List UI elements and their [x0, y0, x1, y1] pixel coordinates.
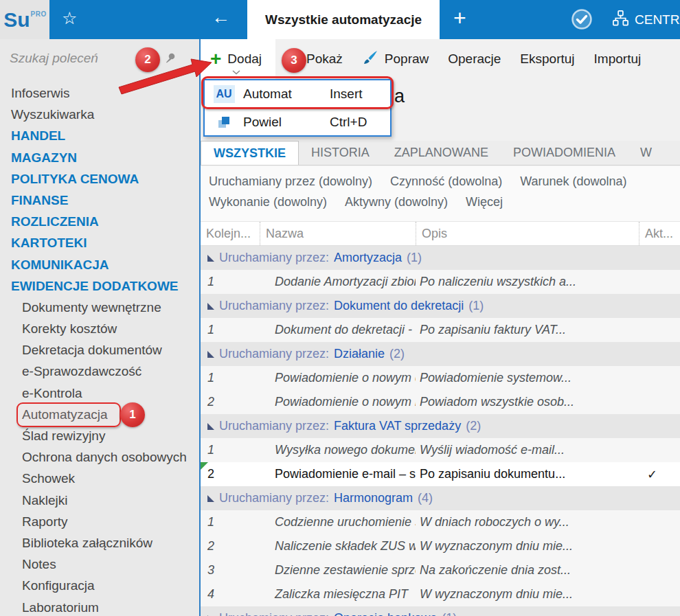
sidebar-item-naklejki[interactable]: Naklejki: [0, 490, 199, 511]
sidebar-item-komunikacja[interactable]: KOMUNIKACJA: [0, 254, 199, 275]
cell-kolejnosc: 1: [201, 438, 260, 462]
group-value: Dokument do dekretacji: [334, 299, 464, 313]
table-row[interactable]: 2Powiadomienie e-mail – sprzedaży po...P…: [201, 462, 680, 486]
group-row-działanie[interactable]: Uruchamiany przez:Działanie(2): [201, 342, 680, 366]
tab-historia[interactable]: HISTORIA: [299, 141, 382, 165]
filter-warunek-dowolna[interactable]: Warunek (dowolna): [520, 171, 626, 192]
sidebar-item-e-kontrola[interactable]: e-Kontrola: [0, 383, 199, 404]
toolbar-button-eksportuj[interactable]: Eksportuj: [510, 39, 584, 79]
table-row[interactable]: 2Powiadomienie o nowym lub edytowan...Po…: [201, 390, 680, 414]
group-expand-triangle-icon: [207, 611, 214, 616]
column-header-nazwa[interactable]: Nazwa: [260, 222, 416, 245]
app-logo: SuPRO: [0, 0, 49, 39]
toolbar: +DodajPokażPoprawOperacjeEksportujImport…: [201, 39, 680, 79]
sidebar-item-rozliczenia[interactable]: ROZLICZENIA: [0, 211, 199, 232]
group-row-harmonogram[interactable]: Uruchamiany przez:Harmonogram(4): [201, 486, 680, 510]
tab-zaplanowane[interactable]: ZAPLANOWANE: [382, 141, 501, 165]
cell-aktywny: [639, 270, 680, 294]
sidebar-item-schowek[interactable]: Schowek: [0, 468, 199, 489]
group-prefix: Uruchamiany przez:: [219, 299, 329, 313]
sidebar-item-korekty-kosztów[interactable]: Korekty kosztów: [0, 318, 199, 339]
group-count: (1): [407, 251, 422, 265]
group-row-faktura-vat-sprzedaży[interactable]: Uruchamiany przez:Faktura VAT sprzedaży(…: [201, 414, 680, 438]
sidebar-item-ochrona-danych-osobowych[interactable]: Ochrona danych osobowych: [0, 446, 199, 468]
sidebar-item-ewidencje-dodatkowe[interactable]: EWIDENCJE DODATKOWE: [0, 275, 199, 297]
column-header-kolejn[interactable]: Kolejn...: [201, 222, 260, 245]
sidebar-item-dekretacja-dokumentów[interactable]: Dekretacja dokumentów: [0, 339, 199, 361]
cell-opis: Po zapisaniu faktury VAT...: [416, 318, 639, 342]
sidebar-item-kartoteki[interactable]: KARTOTEKI: [0, 232, 199, 253]
filter-więcej[interactable]: Więcej: [466, 192, 503, 212]
table-row[interactable]: 1Wysyłka nowego dokumentu Faktura V...Wy…: [201, 438, 680, 462]
filter-wykonanie-dowolny[interactable]: Wykonanie (dowolny): [209, 192, 327, 212]
toolbar-button-dodaj[interactable]: +Dodaj: [201, 39, 275, 79]
filter-uruchamiany-przez-dowolny[interactable]: Uruchamiany przez (dowolny): [209, 171, 372, 192]
tab-w[interactable]: W: [628, 141, 664, 165]
group-expand-triangle-icon: [207, 347, 214, 361]
column-header-akt[interactable]: Akt...: [639, 222, 680, 245]
group-row-amortyzacja[interactable]: Uruchamiany przez:Amortyzacja(1): [201, 246, 680, 270]
cell-opis: Wyślij wiadomość e-mail...: [416, 438, 639, 462]
group-count: (2): [466, 419, 481, 433]
table-row[interactable]: 3Dzienne zestawienie sprzedaży VATNa zak…: [201, 558, 680, 582]
branch-selector[interactable]: CENTRALA: [612, 0, 680, 39]
cell-kolejnosc: 1: [201, 366, 260, 390]
sidebar-item-raporty[interactable]: Raporty: [0, 511, 199, 532]
star-icon[interactable]: ☆: [62, 8, 77, 28]
group-row-dokument-do-dekretacji[interactable]: Uruchamiany przez:Dokument do dekretacji…: [201, 294, 680, 318]
cell-opis: W dniach roboczych o wy...: [416, 510, 639, 534]
sidebar-item-polityka-cenowa[interactable]: POLITYKA CENOWA: [0, 168, 199, 190]
table-row[interactable]: 4Zaliczka miesięczna PITW wyznaczonym dn…: [201, 582, 680, 606]
toolbar-button-popraw[interactable]: Popraw: [352, 39, 438, 79]
table-row[interactable]: 1Dodanie Amortyzacji zbiorczejPo nalicze…: [201, 270, 680, 294]
sidebar-item-ślad-rewizyjny[interactable]: Ślad rewizyjny: [0, 425, 199, 446]
sidebar-item-infoserwis[interactable]: Infoserwis: [0, 82, 199, 104]
sidebar-item-handel[interactable]: HANDEL: [0, 125, 199, 146]
filter-aktywny-dowolny[interactable]: Aktywny (dowolny): [345, 192, 448, 212]
org-structure-icon: [612, 10, 629, 30]
back-arrow-icon[interactable]: ←: [212, 7, 230, 28]
menu-item-powiel[interactable]: PowielCtrl+D: [205, 108, 390, 135]
group-row-operacja-bankowa[interactable]: Uruchamiany przez:Operacja bankowa(1): [201, 606, 680, 616]
sidebar-item-finanse[interactable]: FINANSE: [0, 190, 199, 211]
table-row[interactable]: 2Naliczenie składek ZUS wspólnikówW wyzn…: [201, 534, 680, 558]
annotation-box-automatyzacja: [16, 402, 121, 427]
group-prefix: Uruchamiany przez:: [219, 611, 329, 616]
group-count: (4): [418, 491, 433, 505]
sidebar-item-laboratorium[interactable]: Laboratorium: [0, 597, 199, 616]
filter-czynność-dowolna[interactable]: Czynność (dowolna): [390, 171, 502, 192]
tab-powiadomienia[interactable]: POWIADOMIENIA: [501, 141, 628, 165]
toolbar-button-label: Pokaż: [306, 52, 343, 67]
table-row[interactable]: 1Dokument do dekretacji - Faktury VAT...…: [201, 318, 680, 342]
cell-aktywny: [639, 510, 680, 534]
check-circle-icon[interactable]: [570, 8, 593, 34]
new-tab-plus-icon[interactable]: +: [453, 5, 466, 31]
sidebar-item-konfiguracja[interactable]: Konfiguracja: [0, 575, 199, 596]
cell-opis: Po zapisaniu dokumentu...: [416, 462, 639, 486]
tab-wszystkie[interactable]: WSZYSTKIE: [201, 141, 299, 165]
toolbar-button-operacje[interactable]: Operacje: [438, 39, 510, 79]
document-tab[interactable]: Wszystkie automatyzacje: [247, 0, 440, 39]
table-row[interactable]: 1Powiadomienie o nowym działaniuPowiadom…: [201, 366, 680, 390]
document-tab-label: Wszystkie automatyzacje: [265, 12, 422, 27]
sidebar-item-dokumenty-wewnętrzne[interactable]: Dokumenty wewnętrzne: [0, 297, 199, 318]
group-prefix: Uruchamiany przez:: [219, 251, 329, 265]
sidebar-item-wyszukiwarka[interactable]: Wyszukiwarka: [0, 104, 199, 125]
brush-icon: [362, 49, 378, 69]
sidebar-item-biblioteka-załączników[interactable]: Biblioteka załączników: [0, 532, 199, 554]
table-row[interactable]: 1Codzienne uruchomienie sesji kasowejW d…: [201, 510, 680, 534]
sidebar-item-e-sprawozdawczość[interactable]: e-Sprawozdawczość: [0, 361, 199, 382]
grid-header: Kolejn...NazwaOpisAkt...: [201, 221, 680, 246]
sidebar-item-notes[interactable]: Notes: [0, 554, 199, 575]
cell-aktywny: ✓: [639, 462, 680, 486]
toolbar-button-importuj[interactable]: Importuj: [585, 39, 651, 79]
command-search-input[interactable]: Szukaj poleceń: [0, 39, 199, 79]
pin-icon[interactable]: [163, 52, 177, 67]
column-header-opis[interactable]: Opis: [416, 222, 639, 245]
group-value: Faktura VAT sprzedaży: [334, 419, 461, 433]
cell-nazwa: Powiadomienie e-mail – sprzedaży po...: [260, 462, 416, 486]
cell-opis: Na zakończenie dnia zost...: [416, 558, 639, 582]
cell-aktywny: [639, 390, 680, 414]
search-placeholder: Szukaj poleceń: [10, 51, 98, 66]
sidebar-item-magazyn[interactable]: MAGAZYN: [0, 147, 199, 168]
